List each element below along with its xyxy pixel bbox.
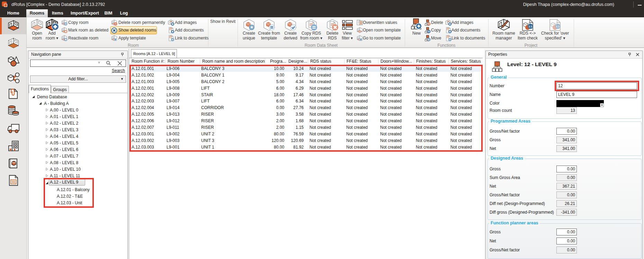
svg-text:1:1: 1:1 xyxy=(556,25,560,28)
svg-text:★: ★ xyxy=(250,25,254,30)
svg-text:1:1: 1:1 xyxy=(529,25,533,28)
